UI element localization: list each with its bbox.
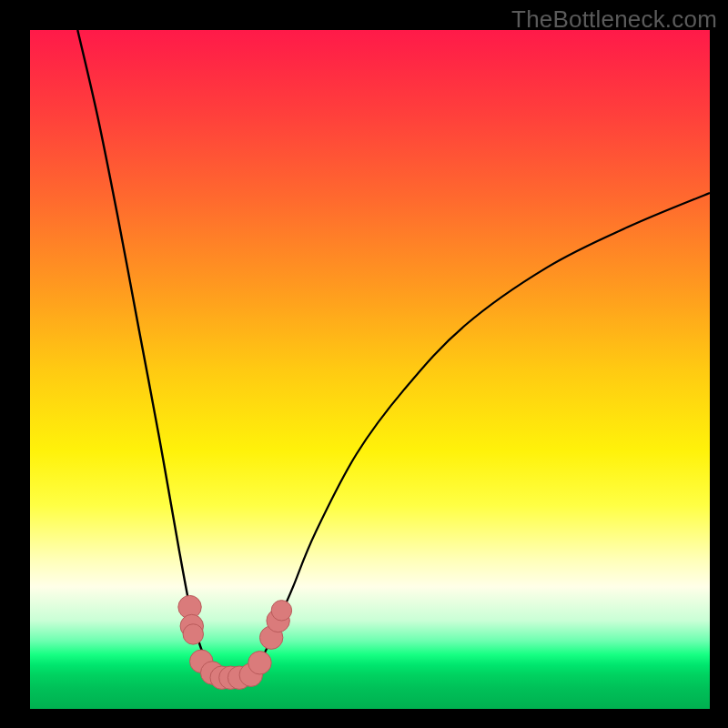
watermark-text: TheBottleneck.com: [511, 5, 717, 34]
plot-area: [30, 30, 710, 709]
curve-left-branch: [77, 30, 220, 678]
data-marker: [248, 652, 271, 674]
data-marker: [271, 601, 291, 621]
data-markers: [178, 595, 292, 689]
chart-svg: [30, 30, 710, 709]
curve-right-branch: [220, 193, 710, 678]
data-marker: [183, 624, 203, 644]
outer-frame: TheBottleneck.com: [0, 0, 728, 728]
